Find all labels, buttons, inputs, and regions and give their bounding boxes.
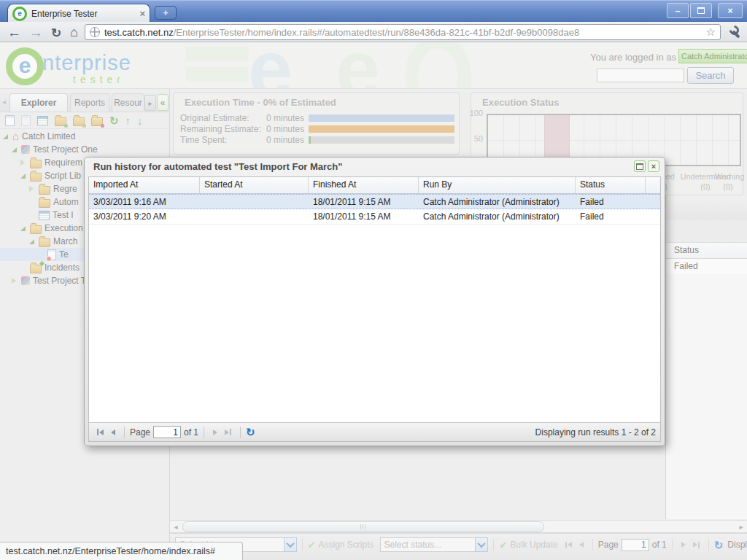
- cell-imported-at: 3/03/2011 9:20 AM: [89, 209, 200, 224]
- reload-icon[interactable]: ↻: [51, 26, 61, 41]
- status-tooltip: test.catch.net.nz/EnterpriseTester/home/…: [0, 542, 243, 560]
- window-controls: – ×: [667, 3, 743, 18]
- browser-tab[interactable]: e Enterprise Tester ×: [7, 4, 150, 23]
- toolbar-separator: [240, 427, 241, 438]
- wrench-icon[interactable]: [729, 26, 743, 39]
- last-page-button[interactable]: [225, 429, 231, 435]
- toolbar-separator: [124, 427, 125, 438]
- tab-title: Enterprise Tester: [31, 9, 135, 19]
- cell-finished-at: 18/01/2011 9:15 AM: [309, 195, 419, 209]
- cell-status: Failed: [576, 195, 646, 209]
- cell-finished-at: 18/01/2011 9:15 AM: [309, 209, 419, 224]
- window-restore-button[interactable]: [690, 3, 712, 18]
- modal-close-button[interactable]: ×: [648, 160, 659, 172]
- column-header-imported-at[interactable]: Imported At: [89, 177, 200, 193]
- pager-summary: Displaying run results 1 - 2 of 2: [535, 427, 656, 438]
- modal-tools: ×: [634, 160, 659, 172]
- window-close-button[interactable]: ×: [718, 3, 743, 18]
- url-path: /EnterpriseTester/home/index.rails#/auto…: [174, 27, 579, 38]
- first-page-button[interactable]: [97, 429, 104, 435]
- restore-icon: [697, 7, 705, 14]
- new-tab-button[interactable]: +: [155, 6, 177, 20]
- cell-status: Failed: [576, 209, 646, 224]
- url-text[interactable]: test.catch.net.nz/EnterpriseTester/home/…: [104, 27, 702, 38]
- modal-title: Run history for automated test "Test Imp…: [93, 161, 342, 172]
- globe-icon: [90, 27, 100, 37]
- modal-restore-button[interactable]: [634, 160, 646, 172]
- page-of-label: of 1: [184, 427, 198, 438]
- page-number-input[interactable]: [153, 426, 181, 438]
- next-page-button[interactable]: [213, 429, 217, 435]
- cell-run-by: Catch Administrator (Administrator): [419, 195, 576, 209]
- column-header-finished-at[interactable]: Finished At: [309, 177, 419, 193]
- run-row[interactable]: 3/03/2011 9:20 AM 18/01/2011 9:15 AM Cat…: [89, 209, 660, 225]
- run-row-selected[interactable]: 3/03/2011 9:16 AM 18/01/2011 9:15 AM Cat…: [89, 194, 660, 209]
- tab-close-icon[interactable]: ×: [139, 8, 145, 19]
- restore-icon: [636, 163, 643, 170]
- bookmark-star-icon[interactable]: ☆: [706, 26, 716, 39]
- header-scrollbar-spacer: [646, 177, 662, 193]
- modal-pager: Page of 1 ↻ Displaying run results 1 - 2…: [89, 422, 660, 441]
- grid-header: Imported At Started At Finished At Run B…: [89, 177, 660, 194]
- window-minimize-button[interactable]: –: [667, 3, 689, 18]
- url-domain: test.catch.net.nz: [104, 27, 174, 38]
- toolbar-separator: [204, 427, 204, 438]
- cell-imported-at: 3/03/2011 9:16 AM: [89, 195, 200, 209]
- url-bar[interactable]: test.catch.net.nz/EnterpriseTester/home/…: [85, 24, 721, 40]
- app-favicon-icon: e: [12, 7, 27, 21]
- page-label: Page: [130, 427, 150, 438]
- forward-icon[interactable]: →: [29, 25, 43, 41]
- column-header-run-by[interactable]: Run By: [419, 177, 576, 193]
- run-history-modal: Run history for automated test "Test Imp…: [84, 157, 665, 446]
- modal-body: Imported At Started At Finished At Run B…: [88, 176, 661, 442]
- browser-titlebar: e Enterprise Tester × + – ×: [0, 0, 747, 22]
- back-icon[interactable]: ←: [7, 25, 21, 41]
- cell-run-by: Catch Administrator (Administrator): [419, 209, 576, 224]
- browser-home-icon[interactable]: ⌂: [70, 25, 78, 40]
- column-header-status[interactable]: Status: [576, 177, 646, 193]
- cell-started-at: [200, 195, 309, 209]
- column-header-started-at[interactable]: Started At: [200, 177, 309, 193]
- pager-refresh-icon[interactable]: ↻: [246, 427, 255, 438]
- screen: e Enterprise Tester × + – × ← → ↻ ⌂ test…: [0, 0, 747, 560]
- cell-started-at: [200, 209, 309, 224]
- prev-page-button[interactable]: [111, 429, 115, 435]
